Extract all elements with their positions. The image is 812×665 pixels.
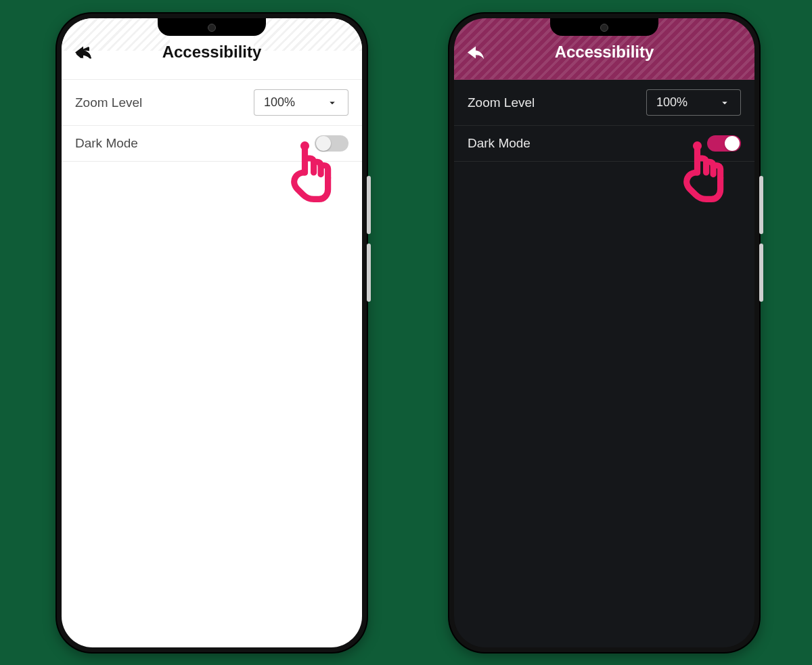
zoom-select[interactable]: 100% [254,89,348,116]
zoom-row: Zoom Level 100% [454,80,754,126]
chevron-down-icon [719,97,731,109]
power-button [367,244,371,302]
zoom-label: Zoom Level [468,95,535,110]
page-title: Accessibility [555,43,654,62]
back-button[interactable] [464,41,491,68]
zoom-select[interactable]: 100% [646,89,741,116]
back-arrow-icon [71,41,95,66]
notch [550,18,658,36]
screen-light: Accessibility Zoom Level 100% Dark Mode [62,18,362,647]
phone-dark: Accessibility Zoom Level 100% Dark Mode [449,14,759,652]
chevron-down-icon [326,97,338,109]
zoom-value: 100% [656,95,687,110]
zoom-value: 100% [264,95,295,110]
back-button[interactable] [71,41,98,68]
volume-button [759,176,763,234]
dark-mode-row: Dark Mode [62,126,362,162]
zoom-row: Zoom Level 100% [62,80,362,126]
dark-mode-label: Dark Mode [468,136,531,151]
notch [158,18,266,36]
toggle-knob [316,136,331,151]
page-title: Accessibility [162,43,262,62]
power-button [759,244,763,302]
zoom-label: Zoom Level [75,95,142,110]
dark-mode-toggle[interactable] [315,135,348,152]
toggle-knob [725,136,740,151]
back-arrow-icon [464,41,488,66]
dark-mode-toggle[interactable] [707,135,741,152]
volume-button [367,176,371,234]
screen-dark: Accessibility Zoom Level 100% Dark Mode [454,18,754,647]
phone-light: Accessibility Zoom Level 100% Dark Mode [57,14,367,652]
dark-mode-label: Dark Mode [75,136,138,151]
stage: Accessibility Zoom Level 100% Dark Mode [0,0,812,665]
dark-mode-row: Dark Mode [454,126,754,162]
